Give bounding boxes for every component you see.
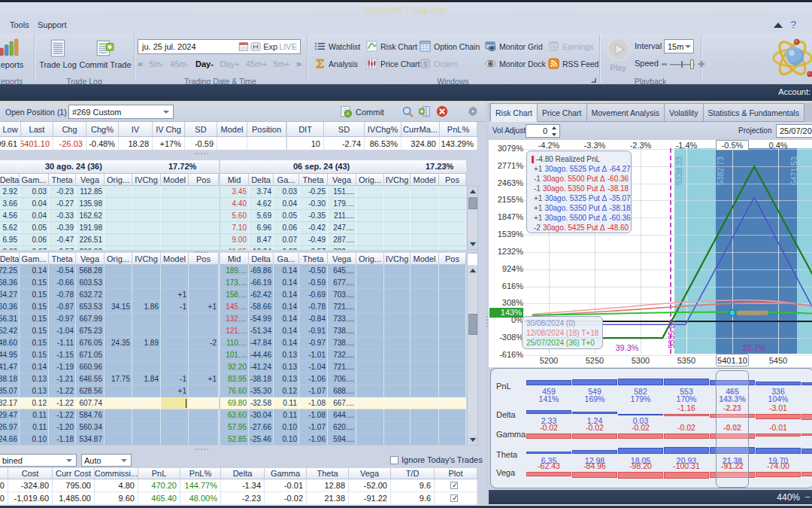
chain-cell[interactable]: [439, 265, 466, 277]
trades-cell[interactable]: 9.6: [391, 492, 435, 505]
chain-cell[interactable]: [132, 421, 161, 433]
chain-cell[interactable]: 3.66: [0, 198, 20, 210]
chain-cell[interactable]: -0.78: [49, 289, 76, 301]
chain-cell[interactable]: [411, 349, 439, 361]
chain-cell[interactable]: [439, 421, 466, 433]
trades-cell[interactable]: 80: [0, 479, 8, 492]
chain-cell[interactable]: -0.54: [49, 265, 76, 277]
ribbon-button-monitor-dock[interactable]: Monitor Dock: [485, 58, 546, 69]
chain-cell[interactable]: -1.15: [49, 349, 76, 361]
chain-cell[interactable]: 675.23: [76, 325, 105, 337]
chain-cell[interactable]: 191.98: [76, 222, 105, 234]
chain-cell[interactable]: [132, 289, 161, 301]
chain-cell[interactable]: -0.23: [49, 186, 76, 198]
chain-cell[interactable]: 721....: [328, 361, 356, 373]
chain-cell[interactable]: 0.14: [274, 277, 299, 289]
trades-cell[interactable]: 144.77%: [180, 479, 221, 492]
chain-cell[interactable]: [132, 433, 161, 446]
chain-cell[interactable]: -35.30: [249, 385, 274, 397]
chain-cell[interactable]: [189, 409, 219, 421]
chain-cell[interactable]: [161, 277, 189, 289]
chain-cell[interactable]: -1.04: [299, 361, 328, 373]
chain-cell[interactable]: [189, 421, 219, 433]
chain-cell[interactable]: 4.40: [220, 198, 249, 210]
vol-adjust-spinner[interactable]: 0: [526, 124, 560, 138]
chain-cell[interactable]: [189, 361, 219, 373]
chain-cell[interactable]: [161, 325, 189, 337]
trades-cell[interactable]: 1,485.00: [53, 492, 95, 505]
chain-cell[interactable]: [384, 277, 411, 289]
chain-cell[interactable]: 56.31: [0, 313, 20, 325]
chain-cell[interactable]: [356, 265, 384, 277]
chain-cell[interactable]: 0.11: [274, 409, 299, 421]
trades-cell[interactable]: -52.00: [349, 479, 391, 492]
chain-cell[interactable]: -0.57: [299, 246, 328, 250]
chain-cell[interactable]: [439, 210, 466, 222]
chain-cell[interactable]: 0.13: [274, 361, 299, 373]
scroll-thumb[interactable]: [468, 314, 477, 335]
chain-cell[interactable]: [411, 277, 439, 289]
chain-cell[interactable]: 0.04: [20, 210, 49, 222]
chain-cell[interactable]: -0.69: [299, 289, 328, 301]
chain-cell[interactable]: 688....: [328, 385, 356, 397]
chain-cell[interactable]: 0.15: [20, 301, 49, 313]
chain-cell[interactable]: [439, 433, 466, 446]
scroll-down-icon[interactable]: [468, 240, 477, 248]
chain-cell[interactable]: 0.15: [20, 313, 49, 325]
horizontal-splitter[interactable]: [195, 153, 208, 154]
chain-cell[interactable]: [132, 265, 161, 277]
chain-cell[interactable]: -0.42: [299, 222, 328, 234]
chain-cell[interactable]: [356, 246, 384, 250]
chain-cell[interactable]: 5.60: [220, 210, 249, 222]
chain-cell[interactable]: 151....: [328, 186, 356, 198]
step-45mminus[interactable]: 45m-: [170, 59, 189, 68]
chain-cell[interactable]: 7.10: [220, 222, 249, 234]
chain-cell[interactable]: 72.25: [0, 265, 20, 277]
chain-cell[interactable]: -1.22: [49, 397, 76, 409]
chain-cell[interactable]: 145....: [220, 301, 249, 313]
chain-cell[interactable]: -0.50: [299, 265, 328, 277]
chain-cell[interactable]: -1.20: [49, 421, 76, 433]
tab-risk-chart[interactable]: Risk Chart: [490, 103, 538, 122]
chain-cell[interactable]: [439, 373, 466, 385]
combined-select[interactable]: bined: [0, 454, 77, 467]
chain-cell[interactable]: -1.18: [49, 433, 76, 446]
chain-cell[interactable]: [384, 265, 411, 277]
chain-cell[interactable]: 17.75: [105, 373, 132, 385]
chain-cell[interactable]: 76.60: [220, 385, 249, 397]
chain-cell[interactable]: [356, 325, 384, 337]
chain-cell[interactable]: [439, 198, 466, 210]
chain-cell[interactable]: [384, 397, 411, 409]
chain-cell[interactable]: [356, 198, 384, 210]
chain-cell[interactable]: -1.21: [49, 373, 76, 385]
chain-cell[interactable]: [132, 397, 161, 409]
chain-cell[interactable]: [105, 246, 132, 250]
chain-cell[interactable]: 0.13: [20, 385, 49, 397]
chain-cell[interactable]: 568.28: [76, 265, 105, 277]
chain-cell[interactable]: 52.85: [220, 433, 249, 446]
chain-cell[interactable]: 0.04: [274, 198, 299, 210]
chain-cell[interactable]: 266.92: [76, 246, 105, 250]
chain-cell[interactable]: [105, 289, 132, 301]
chain-cell[interactable]: 162.62: [76, 210, 105, 222]
chain-cell[interactable]: 4.62: [249, 198, 274, 210]
chain-cell[interactable]: -38.18: [249, 373, 274, 385]
chain-cell[interactable]: 0.14: [274, 313, 299, 325]
chain-cell[interactable]: 0.14: [274, 289, 299, 301]
chain-cell[interactable]: 24.35: [105, 337, 132, 349]
chain-cell[interactable]: -0.59: [299, 277, 328, 289]
chain-cell[interactable]: [132, 210, 161, 222]
chain-cell[interactable]: 158....: [220, 289, 249, 301]
chain-cell[interactable]: [161, 397, 189, 409]
chain-cell[interactable]: 0.14: [274, 337, 299, 349]
interval-select[interactable]: 15m: [664, 39, 694, 53]
chain-cell[interactable]: 0.14: [20, 265, 49, 277]
chain-cell[interactable]: [411, 210, 439, 222]
chain-cell[interactable]: -30.04: [249, 409, 274, 421]
chain-cell[interactable]: [132, 222, 161, 234]
trades-cell[interactable]: 465.40: [138, 492, 180, 505]
chain-cell[interactable]: 677....: [328, 277, 356, 289]
chain-cell[interactable]: 0.06: [274, 222, 299, 234]
chain-cell[interactable]: [161, 246, 189, 250]
chain-cell[interactable]: 645....: [328, 265, 356, 277]
